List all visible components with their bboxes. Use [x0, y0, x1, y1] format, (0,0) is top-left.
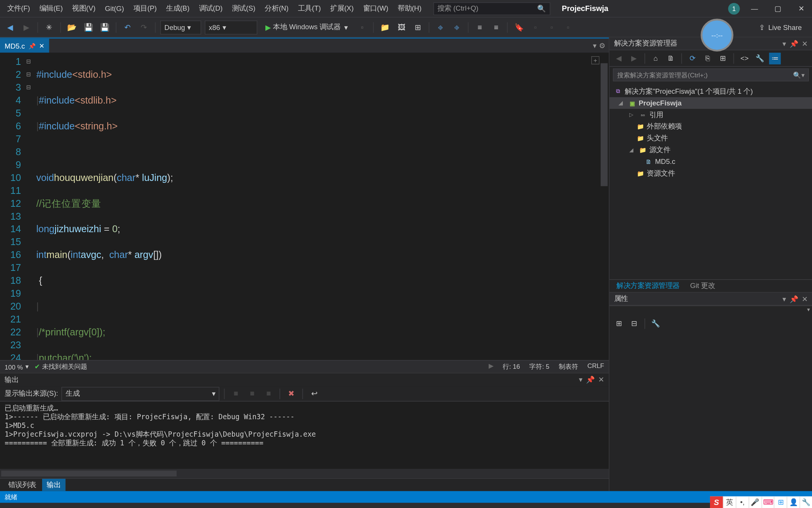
props-cat-icon[interactable]: ⊞	[613, 318, 625, 330]
tool-icon-1[interactable]: ▫	[356, 21, 369, 34]
se-wrench-icon[interactable]: 🔧	[754, 52, 766, 64]
step-icon-1[interactable]: ⎆	[434, 21, 447, 34]
back-button[interactable]: ◀	[3, 21, 16, 34]
collapse-icon[interactable]: ◢	[629, 147, 636, 153]
tab-dropdown-icon[interactable]: ▾	[593, 42, 596, 50]
menu-window[interactable]: 窗口(W)	[358, 2, 393, 15]
se-dropdown-icon[interactable]: ▾	[782, 39, 786, 48]
open-icon[interactable]: 📂	[66, 21, 78, 34]
tree-ext-deps[interactable]: 📁 外部依赖项	[610, 121, 812, 132]
tool-icon-7[interactable]: ▫	[562, 21, 575, 34]
ime-tool-icon[interactable]: 🔧	[799, 496, 812, 508]
ime-mic-icon[interactable]: 🎤	[748, 496, 761, 508]
tool-icon-5[interactable]: ▫	[529, 21, 542, 34]
bookmark-icon[interactable]: 🔖	[513, 21, 525, 34]
solution-tree[interactable]: ⧉ 解决方案"ProjecFiswja"(1 个项目/共 1 个) ◢ ▣ Pr…	[610, 83, 812, 279]
editor-scrollbar[interactable]	[599, 53, 609, 360]
output-text[interactable]: 已启动重新生成… 1>------ 已启动全部重新生成: 项目: ProjecF…	[0, 401, 609, 469]
menu-extensions[interactable]: 扩展(X)	[326, 2, 358, 15]
save-icon[interactable]: 💾	[82, 21, 95, 34]
output-dropdown-icon[interactable]: ▾	[579, 376, 582, 384]
tab-settings-icon[interactable]: ⚙	[599, 42, 605, 50]
props-dropdown-icon[interactable]: ▾	[782, 295, 786, 303]
live-share-button[interactable]: ⇪ Live Share	[759, 23, 802, 31]
output-scrollbar[interactable]	[0, 469, 609, 478]
menu-debug[interactable]: 调试(D)	[194, 2, 227, 15]
se-tool-2[interactable]: ⎘	[702, 52, 713, 64]
start-debug-button[interactable]: ▶ 本地 Windows 调试器▾	[261, 20, 352, 35]
notification-badge[interactable]: 1	[728, 3, 740, 14]
maximize-button[interactable]: ▢	[769, 1, 787, 16]
tab-error-list[interactable]: 错误列表	[3, 479, 41, 491]
props-target-combo[interactable]: ▾	[610, 305, 812, 316]
menu-help[interactable]: 帮助(H)	[393, 2, 426, 15]
nav-arrow-icon[interactable]: ▶	[489, 362, 493, 371]
tree-refs[interactable]: ▷ ▫▫ 引用	[610, 109, 812, 121]
se-fwd-icon[interactable]: ▶	[628, 52, 640, 64]
output-pin-icon[interactable]: 📌	[586, 376, 595, 384]
se-tool-1[interactable]: 🗎	[665, 52, 677, 64]
tree-project[interactable]: ◢ ▣ ProjecFiswja	[610, 97, 812, 109]
ime-grid-icon[interactable]: ⊞	[774, 496, 787, 508]
zoom-dropdown-icon[interactable]: ▾	[25, 363, 29, 371]
tree-sources[interactable]: ◢ 📁 源文件	[610, 144, 812, 156]
menu-build[interactable]: 生成(B)	[161, 2, 194, 15]
output-tool-1[interactable]: ≡	[229, 387, 242, 400]
tool-icon-6[interactable]: ▫	[545, 21, 558, 34]
tool-icon-4[interactable]: ⊞	[411, 21, 424, 34]
ime-punct-icon[interactable]: •,	[736, 496, 749, 508]
collapse-icon[interactable]: ◢	[619, 100, 626, 106]
se-back-icon[interactable]: ◀	[613, 52, 625, 64]
tree-solution[interactable]: ⧉ 解决方案"ProjecFiswja"(1 个项目/共 1 个)	[610, 85, 812, 97]
menu-tools[interactable]: 工具(T)	[293, 2, 325, 15]
undo-icon[interactable]: ↶	[121, 21, 134, 34]
tree-headers[interactable]: 📁 头文件	[610, 132, 812, 144]
props-close-icon[interactable]: ✕	[802, 295, 807, 303]
comment-icon[interactable]: ≡	[473, 21, 486, 34]
config-combo[interactable]: Debug▾	[160, 20, 201, 34]
tool-icon-2[interactable]: 📁	[379, 21, 392, 34]
platform-combo[interactable]: x86▾	[205, 20, 257, 34]
uncomment-icon[interactable]: ≡	[490, 21, 503, 34]
redo-icon[interactable]: ↷	[138, 21, 150, 34]
se-tab-solution[interactable]: 解决方案资源管理器	[612, 280, 684, 292]
save-all-icon[interactable]: 💾	[98, 21, 111, 34]
se-props-icon[interactable]: ≔	[769, 52, 781, 64]
new-project-icon[interactable]: ✳	[43, 21, 56, 34]
output-close-icon[interactable]: ✕	[598, 376, 604, 384]
se-sync-icon[interactable]: ⟳	[687, 52, 698, 64]
props-az-icon[interactable]: ⊟	[628, 318, 640, 330]
expand-icon[interactable]: ▷	[629, 112, 636, 118]
menu-analyze[interactable]: 分析(N)	[260, 2, 293, 15]
output-clear-icon[interactable]: ✖	[285, 387, 298, 400]
menu-test[interactable]: 测试(S)	[227, 2, 260, 15]
quick-search[interactable]: 搜索 (Ctrl+Q) 🔍	[433, 2, 550, 15]
tree-resources[interactable]: 📁 资源文件	[610, 167, 812, 179]
se-close-icon[interactable]: ✕	[802, 39, 807, 48]
menu-view[interactable]: 视图(V)	[67, 2, 100, 15]
code-area[interactable]: #include <stdio.h> |#include<stdlib.h> |…	[33, 53, 609, 360]
step-icon-2[interactable]: ⎆	[451, 21, 464, 34]
menu-edit[interactable]: 编辑(E)	[35, 2, 67, 15]
menu-project[interactable]: 项目(P)	[129, 2, 161, 15]
ime-lang[interactable]: 英	[723, 496, 736, 508]
tab-md5c[interactable]: MD5.c 📌 ✕	[0, 39, 49, 53]
menu-git[interactable]: Git(G)	[100, 3, 129, 14]
se-tab-git[interactable]: Git 更改	[685, 280, 720, 292]
output-tool-3[interactable]: ≡	[262, 387, 275, 400]
props-wrench-icon[interactable]: 🔧	[650, 318, 662, 330]
user-avatar[interactable]: --:--	[701, 19, 733, 51]
code-editor[interactable]: + 12345678910111213141516171819202122232…	[0, 53, 609, 360]
tree-file-md5c[interactable]: 🗎 MD5.c	[610, 156, 812, 167]
ime-logo-icon[interactable]: S	[710, 496, 723, 508]
tab-output[interactable]: 输出	[42, 479, 66, 491]
close-icon[interactable]: ✕	[39, 42, 44, 50]
tool-icon-3[interactable]: 🖼	[395, 21, 408, 34]
forward-button[interactable]: ▶	[20, 21, 33, 34]
close-button[interactable]: ✕	[792, 1, 810, 16]
props-pin-icon[interactable]: 📌	[790, 295, 798, 303]
ime-user-icon[interactable]: 👤	[787, 496, 800, 508]
ime-bar[interactable]: S 英 •, 🎤 ⌨ ⊞ 👤 🔧	[710, 496, 812, 508]
pin-icon[interactable]: 📌	[28, 43, 36, 49]
output-source-combo[interactable]: 生成▾	[62, 387, 220, 401]
